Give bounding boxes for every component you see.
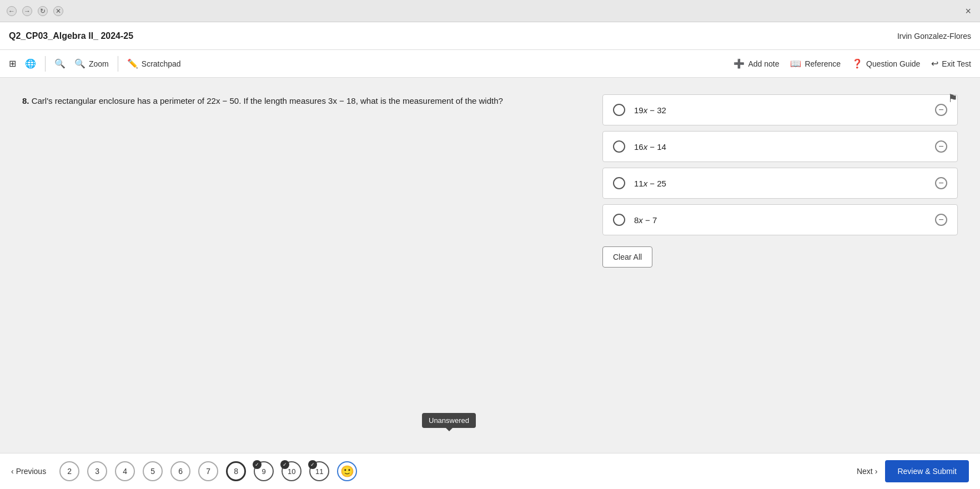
zoom-label: Zoom xyxy=(89,59,109,68)
eliminate-d[interactable]: − xyxy=(935,214,947,226)
grid-icon: ⊞ xyxy=(9,58,16,69)
close-tab-button[interactable]: ✕ xyxy=(53,6,63,16)
forward-button[interactable]: → xyxy=(22,6,32,16)
question-guide-label: Question Guide xyxy=(866,59,920,68)
toolbar-left: ⊞ 🌐 🔍 🔍 Zoom ✏️ Scratchpad xyxy=(9,56,722,72)
test-title: Q2_CP03_Algebra II_ 2024-25 xyxy=(9,31,897,41)
divider-1 xyxy=(45,56,46,72)
check-badge-11: ✓ xyxy=(308,460,317,469)
radio-d[interactable] xyxy=(613,214,625,226)
answer-left-d: 8x − 7 xyxy=(613,214,657,226)
zoom-tool[interactable]: 🔍 Zoom xyxy=(74,58,109,69)
exit-test-label: Exit Test xyxy=(942,59,971,68)
check-badge-9: ✓ xyxy=(253,460,262,469)
zoom-icon: 🔍 xyxy=(74,58,86,69)
add-note-icon: ➕ xyxy=(733,58,745,69)
question-number: 8. xyxy=(22,96,29,105)
eliminate-c[interactable]: − xyxy=(935,177,947,189)
toolbar: ⊞ 🌐 🔍 🔍 Zoom ✏️ Scratchpad ➕ Add note 📖 … xyxy=(0,50,980,78)
answer-choice-c[interactable]: 11x − 25 − xyxy=(602,168,958,199)
page-11[interactable]: ✓ 11 xyxy=(309,461,329,481)
page-5[interactable]: 5 xyxy=(143,461,163,481)
page-6[interactable]: 6 xyxy=(170,461,190,481)
radio-a[interactable] xyxy=(613,104,625,116)
exit-test-tool[interactable]: ↩ Exit Test xyxy=(931,58,971,69)
question-section: 8. Carl's rectangular enclosure has a pe… xyxy=(22,94,591,405)
scratchpad-icon: ✏️ xyxy=(127,58,138,69)
eliminate-a[interactable]: − xyxy=(935,104,947,116)
answer-choice-a[interactable]: 19x − 32 − xyxy=(602,94,958,125)
eliminate-b[interactable]: − xyxy=(935,140,947,153)
close-window-button[interactable]: × xyxy=(965,6,971,17)
review-submit-button[interactable]: Review & Submit xyxy=(885,460,969,482)
question-body: Carl's rectangular enclosure has a perim… xyxy=(32,96,503,105)
page-3[interactable]: 3 xyxy=(87,461,107,481)
search-icon: 🔍 xyxy=(54,58,66,69)
radio-c[interactable] xyxy=(613,177,625,189)
page-2[interactable]: 2 xyxy=(59,461,79,481)
reference-label: Reference xyxy=(805,59,841,68)
next-button[interactable]: Next › xyxy=(857,467,877,476)
bottom-nav: ‹ Previous 2 3 4 5 6 7 8 ✓ 9 ✓ 10 ✓ 11 🙂… xyxy=(0,453,980,489)
add-note-label: Add note xyxy=(748,59,779,68)
next-label: Next xyxy=(857,467,873,476)
unanswered-tooltip: Unanswered xyxy=(422,413,476,428)
radio-b[interactable] xyxy=(613,140,625,153)
question-text: 8. Carl's rectangular enclosure has a pe… xyxy=(22,94,580,108)
answers-section: 19x − 32 − 16x − 14 − 11x − 25 − 8x − 7 … xyxy=(602,94,958,405)
answer-left-a: 19x − 32 xyxy=(613,104,666,116)
refresh-button[interactable]: ↻ xyxy=(38,6,48,16)
grid-tool[interactable]: ⊞ xyxy=(9,58,16,69)
answer-text-a: 19x − 32 xyxy=(634,105,666,115)
scratchpad-tool[interactable]: ✏️ Scratchpad xyxy=(127,58,181,69)
globe-tool[interactable]: 🌐 xyxy=(25,58,36,69)
flag-button[interactable]: ⚑ xyxy=(948,92,958,105)
exit-test-icon: ↩ xyxy=(931,58,938,69)
page-10[interactable]: ✓ 10 xyxy=(282,461,301,481)
question-guide-tool[interactable]: ❓ Question Guide xyxy=(852,58,920,69)
divider-2 xyxy=(118,56,118,72)
page-9[interactable]: ✓ 9 xyxy=(254,461,274,481)
answer-text-d: 8x − 7 xyxy=(634,215,657,225)
answer-text-b: 16x − 14 xyxy=(634,142,666,152)
answer-left-c: 11x − 25 xyxy=(613,177,666,189)
user-name: Irvin Gonzalez-Flores xyxy=(897,32,971,41)
check-badge-10: ✓ xyxy=(280,460,289,469)
smiley-button[interactable]: 🙂 xyxy=(337,461,357,481)
question-guide-icon: ❓ xyxy=(852,58,863,69)
search-tool[interactable]: 🔍 xyxy=(54,58,66,69)
answer-left-b: 16x − 14 xyxy=(613,140,666,153)
globe-icon: 🌐 xyxy=(25,58,36,69)
add-note-tool[interactable]: ➕ Add note xyxy=(733,58,779,69)
browser-chrome: ← → ↻ ✕ × xyxy=(0,0,980,22)
reference-icon: 📖 xyxy=(790,58,801,69)
clear-all-button[interactable]: Clear All xyxy=(602,246,652,268)
answer-choice-b[interactable]: 16x − 14 − xyxy=(602,131,958,162)
top-bar: Q2_CP03_Algebra II_ 2024-25 Irvin Gonzal… xyxy=(0,22,980,50)
page-8-current[interactable]: 8 xyxy=(226,461,246,481)
main-content: 8. Carl's rectangular enclosure has a pe… xyxy=(0,78,980,422)
toolbar-right: ➕ Add note 📖 Reference ❓ Question Guide … xyxy=(733,58,971,69)
back-button[interactable]: ← xyxy=(7,6,17,16)
previous-label: Previous xyxy=(16,467,46,476)
answer-text-c: 11x − 25 xyxy=(634,179,666,188)
next-chevron: › xyxy=(875,467,878,476)
answer-choice-d[interactable]: 8x − 7 − xyxy=(602,204,958,235)
page-7[interactable]: 7 xyxy=(198,461,218,481)
previous-button[interactable]: ‹ Previous xyxy=(11,467,46,476)
prev-chevron: ‹ xyxy=(11,467,14,476)
scratchpad-label: Scratchpad xyxy=(142,59,181,68)
page-4[interactable]: 4 xyxy=(115,461,135,481)
reference-tool[interactable]: 📖 Reference xyxy=(790,58,841,69)
